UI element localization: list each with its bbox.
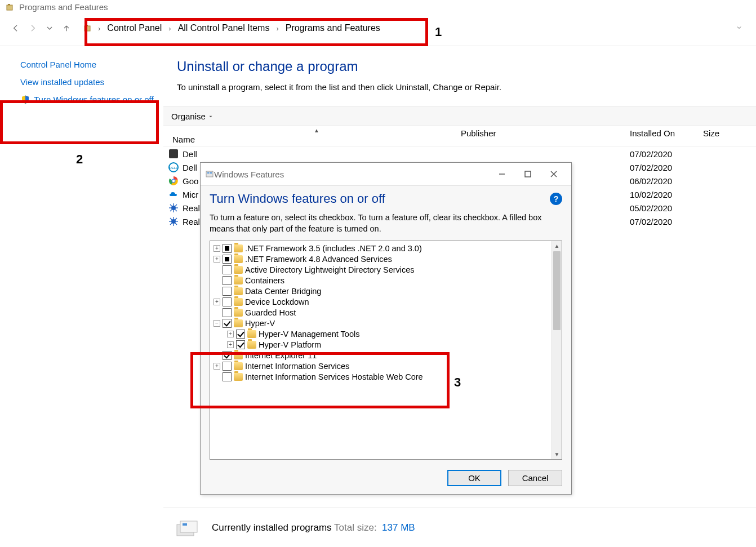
feature-checkbox[interactable] bbox=[223, 319, 232, 328]
svg-point-19 bbox=[171, 219, 176, 224]
breadcrumb-sep[interactable]: › bbox=[166, 24, 173, 33]
svg-rect-31 bbox=[525, 171, 531, 177]
feature-checkbox[interactable] bbox=[223, 287, 232, 296]
feature-checkbox[interactable] bbox=[236, 340, 245, 349]
feature-row[interactable]: +Device Lockdown bbox=[212, 297, 559, 308]
scroll-track[interactable] bbox=[552, 330, 562, 449]
feature-label: Hyper-V Management Tools bbox=[259, 330, 359, 339]
organise-label: Organise bbox=[171, 112, 206, 121]
feature-row[interactable]: +Internet Information Services bbox=[212, 361, 559, 372]
ok-button[interactable]: OK bbox=[447, 470, 501, 486]
feature-checkbox[interactable] bbox=[223, 265, 232, 274]
tree-expander-empty bbox=[214, 288, 220, 295]
minimize-button[interactable] bbox=[489, 166, 515, 182]
program-row[interactable]: Dell07/02/2020 bbox=[168, 147, 756, 161]
col-publisher[interactable]: Publisher bbox=[461, 128, 630, 144]
sidebar: Control Panel Home View installed update… bbox=[0, 46, 163, 502]
feature-row[interactable]: Internet Information Services Hostable W… bbox=[212, 372, 559, 383]
annotation-3: 3 bbox=[454, 375, 461, 390]
feature-row[interactable]: −Hyper-V bbox=[212, 318, 559, 329]
dialog-title: Windows Features bbox=[214, 170, 284, 179]
forward-button[interactable] bbox=[27, 23, 38, 34]
crumb-programs[interactable]: Programs and Features bbox=[284, 21, 381, 35]
feature-label: .NET Framework 4.8 Advanced Services bbox=[245, 255, 392, 264]
tree-scrollbar[interactable]: ▲ ▼ bbox=[552, 241, 562, 459]
crumb-all-items[interactable]: All Control Panel Items bbox=[177, 21, 271, 35]
address-bar[interactable]: › Control Panel › All Control Panel Item… bbox=[79, 17, 750, 39]
feature-checkbox[interactable] bbox=[223, 276, 232, 285]
feature-tree[interactable]: +.NET Framework 3.5 (includes .NET 2.0 a… bbox=[210, 241, 562, 459]
feature-row[interactable]: Containers bbox=[212, 275, 559, 286]
col-size[interactable]: Size bbox=[703, 128, 737, 144]
cancel-button[interactable]: Cancel bbox=[508, 470, 562, 486]
shield-icon bbox=[20, 95, 30, 106]
feature-row[interactable]: Active Directory Lightweight Directory S… bbox=[212, 265, 559, 275]
feature-row[interactable]: +Hyper-V Platform bbox=[212, 340, 559, 350]
sidebar-turn-features[interactable]: Turn Windows features on or off bbox=[34, 95, 154, 104]
tree-expander-empty bbox=[214, 373, 220, 380]
col-name[interactable]: ▲ Name bbox=[168, 128, 461, 144]
up-button[interactable] bbox=[61, 23, 72, 34]
app-icon bbox=[6, 3, 15, 12]
feature-checkbox[interactable] bbox=[223, 244, 232, 253]
svg-line-15 bbox=[170, 204, 172, 206]
breadcrumb-sep[interactable]: › bbox=[96, 24, 103, 33]
tree-expander[interactable]: + bbox=[214, 256, 220, 263]
toolbar: Organise bbox=[163, 106, 756, 126]
crumb-control-panel[interactable]: Control Panel bbox=[106, 21, 163, 35]
feature-row[interactable]: +Hyper-V Management Tools bbox=[212, 329, 559, 340]
status-text: Currently installed programs Total size:… bbox=[212, 522, 415, 533]
feature-checkbox[interactable] bbox=[223, 297, 232, 306]
scroll-down-icon[interactable]: ▼ bbox=[552, 449, 562, 459]
close-button[interactable] bbox=[541, 166, 567, 182]
feature-tree-wrap: +.NET Framework 3.5 (includes .NET 2.0 a… bbox=[210, 241, 562, 460]
sidebar-home[interactable]: Control Panel Home bbox=[20, 60, 154, 69]
breadcrumb-sep[interactable]: › bbox=[274, 24, 281, 33]
folder-icon bbox=[234, 287, 243, 295]
back-button[interactable] bbox=[10, 23, 21, 34]
organise-button[interactable]: Organise bbox=[169, 110, 216, 122]
folder-icon bbox=[234, 298, 243, 306]
folder-icon bbox=[234, 352, 243, 359]
sidebar-updates[interactable]: View installed updates bbox=[20, 77, 154, 87]
address-dropdown-icon[interactable] bbox=[736, 24, 746, 33]
maximize-button[interactable] bbox=[515, 166, 541, 182]
scroll-thumb[interactable] bbox=[553, 251, 561, 330]
folder-icon bbox=[234, 244, 243, 252]
feature-checkbox[interactable] bbox=[223, 308, 232, 317]
help-icon[interactable]: ? bbox=[550, 193, 562, 205]
tree-expander[interactable]: + bbox=[214, 299, 220, 305]
svg-rect-0 bbox=[7, 5, 12, 10]
feature-row[interactable]: Data Center Bridging bbox=[212, 286, 559, 297]
tree-expander[interactable]: + bbox=[214, 245, 220, 252]
tree-expander[interactable]: + bbox=[227, 341, 234, 348]
tree-expander[interactable]: + bbox=[227, 331, 234, 337]
dialog-titlebar[interactable]: Windows Features bbox=[201, 163, 571, 185]
sort-indicator-icon: ▲ bbox=[172, 127, 461, 134]
recent-dropdown[interactable] bbox=[44, 23, 55, 34]
feature-checkbox[interactable] bbox=[236, 330, 245, 339]
feature-checkbox[interactable] bbox=[223, 255, 232, 264]
feature-row[interactable]: Internet Explorer 11 bbox=[212, 350, 559, 361]
svg-line-27 bbox=[175, 218, 177, 220]
tree-expander[interactable]: + bbox=[214, 363, 220, 370]
folder-icon bbox=[234, 362, 243, 370]
col-name-label: Name bbox=[172, 135, 195, 144]
tree-expander[interactable]: − bbox=[214, 320, 220, 327]
feature-checkbox[interactable] bbox=[223, 351, 232, 360]
col-installed-on[interactable]: Installed On bbox=[630, 128, 703, 144]
feature-checkbox[interactable] bbox=[223, 362, 232, 371]
breadcrumb-icon bbox=[83, 24, 92, 33]
svg-rect-3 bbox=[86, 25, 88, 26]
feature-row[interactable]: Guarded Host bbox=[212, 308, 559, 318]
feature-row[interactable]: +.NET Framework 3.5 (includes .NET 2.0 a… bbox=[212, 243, 559, 254]
feature-checkbox[interactable] bbox=[223, 372, 232, 381]
svg-point-9 bbox=[172, 180, 175, 182]
scroll-up-icon[interactable]: ▲ bbox=[552, 241, 562, 251]
feature-label: Data Center Bridging bbox=[245, 287, 321, 296]
feature-row[interactable]: +.NET Framework 4.8 Advanced Services bbox=[212, 254, 559, 265]
svg-rect-28 bbox=[206, 171, 213, 177]
column-headers: ▲ Name Publisher Installed On Size bbox=[163, 126, 756, 147]
dialog-heading-row: Turn Windows features on or off ? bbox=[210, 192, 562, 206]
annotation-1: 1 bbox=[435, 25, 442, 39]
